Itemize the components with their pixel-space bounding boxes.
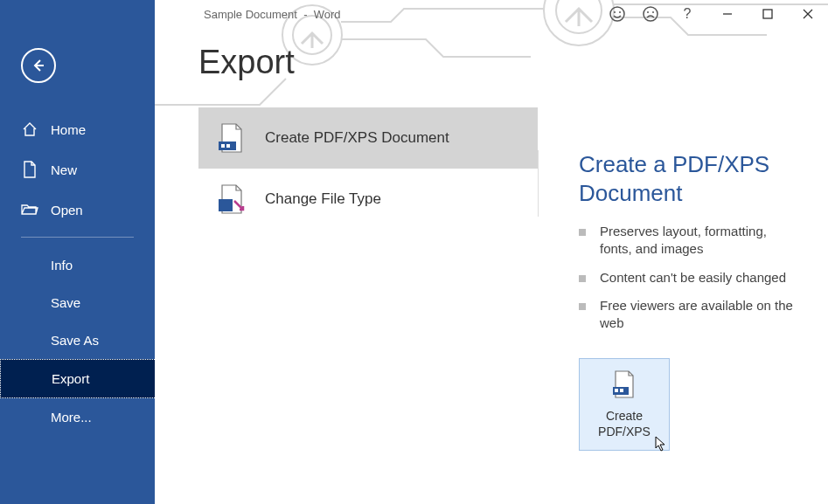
option-label: Create PDF/XPS Document [265,129,449,147]
new-doc-icon [21,161,38,178]
nav-home[interactable]: Home [0,109,155,149]
svg-rect-17 [226,144,230,148]
svg-rect-20 [615,389,618,392]
sidebar-divider [21,237,134,238]
minimize-button[interactable] [707,0,748,28]
svg-point-6 [614,11,616,13]
feedback-sad-button[interactable] [634,0,667,28]
bullet-icon [579,303,586,310]
option-label: Change File Type [265,190,381,208]
nav-save[interactable]: Save [0,284,155,321]
nav-open[interactable]: Open [0,190,155,230]
svg-point-7 [619,11,621,13]
svg-rect-21 [620,389,623,392]
titlebar-controls: ? [601,0,828,28]
maximize-button[interactable] [748,0,788,28]
detail-title: Create a PDF/XPS Document [579,150,802,207]
bullet-icon [579,229,586,236]
nav-label: Open [51,203,83,217]
svg-point-8 [644,7,658,21]
titlebar: Sample Document - Word ? [155,0,828,28]
change-type-icon [214,183,247,216]
bullet-item: Free viewers are available on the web [579,297,802,333]
svg-rect-16 [221,144,225,148]
back-button[interactable] [21,48,56,83]
nav-label: Home [51,122,86,137]
close-icon [803,9,813,19]
create-pdf-xps-button[interactable]: CreatePDF/XPS [579,358,670,451]
export-detail-column: Create a PDF/XPS Document Preserves layo… [539,28,828,504]
backstage-sidebar: Home New Open Info Save Save As Export M… [0,0,155,504]
home-icon [21,121,38,138]
nav-info[interactable]: Info [0,246,155,284]
mouse-cursor-icon [655,436,667,452]
help-button[interactable]: ? [667,0,707,28]
smile-icon [609,5,626,23]
nav-more[interactable]: More... [0,398,155,436]
svg-point-10 [652,11,654,13]
feedback-happy-button[interactable] [601,0,634,28]
close-button[interactable] [788,0,828,28]
bullet-item: Content can't be easily changed [579,269,802,287]
frown-icon [642,5,659,23]
svg-rect-12 [763,10,772,18]
page-title: Export [198,44,538,81]
svg-point-9 [647,11,649,13]
open-folder-icon [21,201,38,218]
nav-label: New [51,162,77,177]
button-label: CreatePDF/XPS [598,408,651,439]
content-area: Export Create PDF/XPS Document Change Fi… [155,28,828,504]
main-panel: Sample Document - Word ? Export Create P… [155,0,828,504]
nav-save-as[interactable]: Save As [0,321,155,359]
svg-rect-18 [219,199,233,211]
option-change-file-type[interactable]: Change File Type [198,169,538,230]
nav-export[interactable]: Export [0,359,155,398]
help-icon: ? [684,6,692,22]
pdf-doc-icon [612,369,637,401]
nav-new[interactable]: New [0,149,155,190]
maximize-icon [762,9,773,19]
bullet-item: Preserves layout, formatting, fonts, and… [579,223,802,259]
minimize-icon [722,9,733,19]
svg-point-5 [610,7,624,21]
export-options-column: Export Create PDF/XPS Document Change Fi… [155,28,538,504]
document-title: Sample Document - Word [204,8,341,21]
bullet-icon [579,275,586,282]
back-arrow-icon [31,58,46,73]
pdf-doc-icon [214,121,247,155]
option-create-pdf-xps[interactable]: Create PDF/XPS Document [198,107,538,169]
